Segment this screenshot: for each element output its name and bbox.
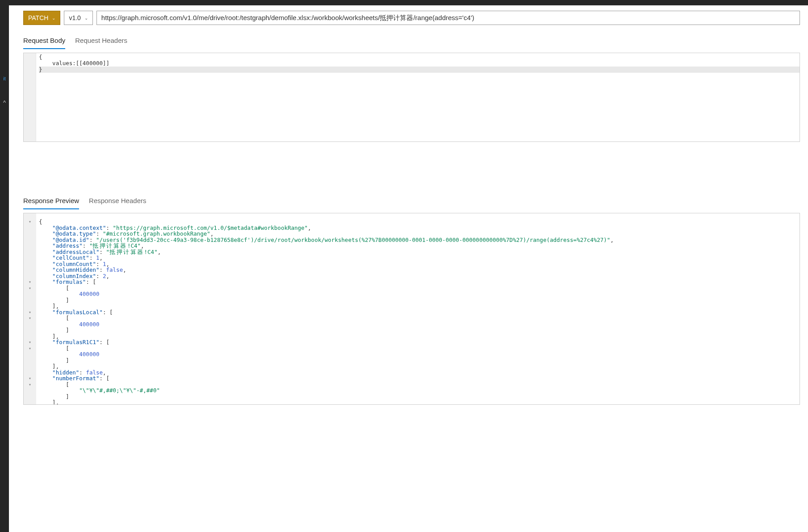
json-line: [ <box>39 382 800 388</box>
json-line: 400000 <box>39 291 800 297</box>
json-line: ], <box>39 333 800 340</box>
editor-content: { values:[[400000]] } <box>36 53 800 141</box>
tab-request-body[interactable]: Request Body <box>23 33 65 49</box>
response-gutter: ▾ ▾ ▾ ▾ ▾ ▾ ▾ ▾ ▾ <box>24 213 36 404</box>
json-line: { <box>39 219 800 225</box>
api-version-label: v1.0 <box>69 14 80 21</box>
json-line: "\"¥\"#,##0;\"¥\"-#,##0" <box>39 387 800 394</box>
http-method-label: PATCH <box>28 14 50 21</box>
request-body-editor[interactable]: { values:[[400000]] } <box>23 53 800 142</box>
sidebar: it ^ <box>0 0 9 532</box>
json-line: "hidden": false, <box>39 370 800 376</box>
json-line: "addressLocal": "抵押计算器!C4", <box>39 249 800 255</box>
tab-response-preview[interactable]: Response Preview <box>23 193 79 209</box>
json-line: "@odata.id": "/users('f3b94dd3-20cc-49a3… <box>39 237 800 243</box>
tab-request-headers[interactable]: Request Headers <box>75 33 127 49</box>
editor-gutter <box>24 53 36 141</box>
code-line: values:[[400000]] <box>39 60 800 66</box>
json-line: ] <box>39 297 800 303</box>
tab-response-headers[interactable]: Response Headers <box>89 193 146 209</box>
json-line: "@odata.type": "#microsoft.graph.workboo… <box>39 231 800 237</box>
response-area: Response Preview Response Headers ▾ ▾ ▾ … <box>23 193 800 405</box>
http-method-dropdown[interactable]: PATCH ⌄ <box>23 11 60 25</box>
json-line: [ <box>39 285 800 291</box>
json-line: ] <box>39 357 800 364</box>
json-line: ], <box>39 363 800 370</box>
json-line: "formulasR1C1": [ <box>39 339 800 345</box>
json-line: ] <box>39 394 800 400</box>
json-line: ], <box>39 303 800 309</box>
json-line: [ <box>39 315 800 321</box>
json-line: "columnIndex": 2, <box>39 273 800 279</box>
main-panel: PATCH ⌄ v1.0 ⌄ Request Body Request Head… <box>9 5 808 532</box>
json-line: 400000 <box>39 321 800 328</box>
json-line: "cellCount": 1, <box>39 255 800 261</box>
request-url-input[interactable] <box>96 11 800 25</box>
request-toolbar: PATCH ⌄ v1.0 ⌄ <box>23 11 800 25</box>
json-line: [ <box>39 345 800 352</box>
chevron-down-icon: ⌄ <box>84 16 88 21</box>
response-tabs: Response Preview Response Headers <box>23 193 800 209</box>
json-line: "address": "抵押计算器!C4", <box>39 243 800 249</box>
request-tabs: Request Body Request Headers <box>23 33 800 49</box>
chevron-down-icon: ⌄ <box>52 16 55 21</box>
code-line: { <box>39 54 800 60</box>
json-line: "columnCount": 1, <box>39 261 800 267</box>
json-line: ], <box>39 399 800 405</box>
response-preview-viewer[interactable]: ▾ ▾ ▾ ▾ ▾ ▾ ▾ ▾ ▾ { "@odata.context <box>23 213 800 405</box>
json-line: "numberFormat": [ <box>39 375 800 382</box>
collapse-chevron-icon[interactable]: ^ <box>3 99 6 106</box>
api-version-dropdown[interactable]: v1.0 ⌄ <box>64 11 92 25</box>
json-line: ] <box>39 327 800 333</box>
response-content: { "@odata.context": "https://graph.micro… <box>36 213 800 404</box>
json-line: "@odata.context": "https://graph.microso… <box>39 225 800 231</box>
json-line: 400000 <box>39 351 800 357</box>
json-line: "formulas": [ <box>39 279 800 285</box>
sidebar-hint: it <box>3 76 6 81</box>
code-line: } <box>39 66 800 73</box>
json-line: "formulasLocal": [ <box>39 309 800 316</box>
json-line: "columnHidden": false, <box>39 267 800 273</box>
